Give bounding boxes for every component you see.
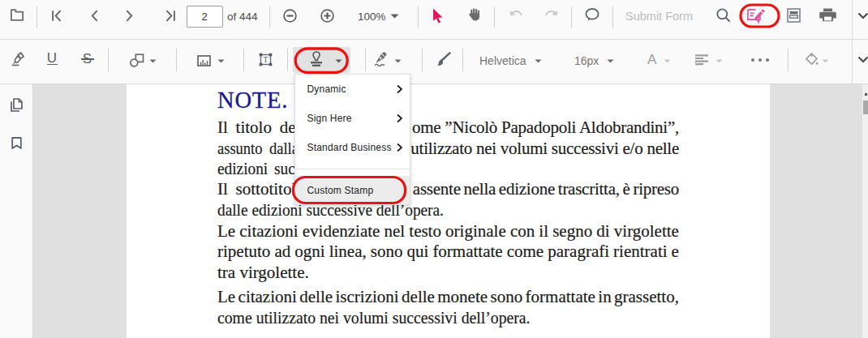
svg-text:T: T <box>263 55 268 63</box>
